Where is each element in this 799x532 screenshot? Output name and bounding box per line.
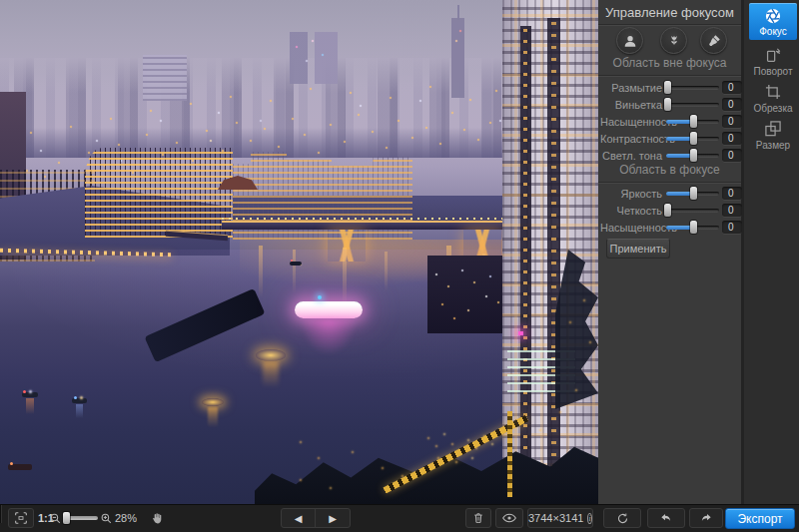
eye-icon — [501, 510, 517, 526]
zoom-out-button[interactable] — [48, 508, 62, 528]
slider-handle[interactable] — [664, 204, 671, 217]
slider-value-field[interactable]: 0 — [722, 132, 742, 145]
slider-handle[interactable] — [690, 149, 697, 162]
slider-value-field[interactable]: 0 — [722, 221, 742, 234]
photo-foreground-tower — [502, 0, 598, 504]
apply-button[interactable]: Применить — [606, 239, 670, 259]
zoom-out-icon — [49, 512, 62, 525]
zoom-in-button[interactable] — [99, 508, 113, 528]
reset-button[interactable] — [603, 508, 641, 528]
slider-track[interactable] — [666, 103, 719, 107]
zoom-level: 28% — [113, 508, 139, 528]
flower-icon — [666, 33, 682, 49]
brush-icon — [706, 33, 722, 49]
slider-value-field[interactable]: 0 — [722, 204, 742, 217]
bottom-toolbar: 1:1 28% ◀ ▶ — [0, 504, 799, 532]
zoom-slider[interactable] — [64, 516, 98, 520]
trash-icon — [471, 511, 485, 525]
slider-track[interactable] — [666, 192, 719, 196]
photo-spire — [457, 5, 459, 20]
prev-photo-button[interactable]: ◀ — [282, 508, 316, 528]
export-button[interactable]: Экспорт — [725, 508, 795, 529]
photo-tower-channel — [520, 26, 531, 504]
photo-gold-boat — [256, 349, 286, 361]
photo-bridge-lights — [222, 218, 511, 220]
tab-resize[interactable]: Размер — [747, 119, 799, 151]
slider-value-field[interactable]: 0 — [722, 115, 742, 128]
hand-tool-button[interactable] — [147, 508, 167, 528]
slider-track[interactable] — [666, 86, 719, 90]
photo-small-boat-lit — [202, 398, 224, 406]
slider-value-field[interactable]: 0 — [722, 81, 742, 94]
preview-original-button[interactable] — [495, 508, 523, 528]
fit-to-screen-button[interactable] — [8, 508, 34, 528]
photo-canvas[interactable] — [0, 0, 598, 504]
focus-control-panel: Управление фокусом Область вне фокуса Ра… — [598, 0, 744, 504]
slider-handle[interactable] — [690, 132, 697, 145]
photo-foliage-lights — [0, 0, 2, 2]
divider — [598, 75, 741, 77]
slider-fill — [666, 192, 693, 196]
tab-rotate[interactable]: Поворот — [747, 45, 799, 77]
tab-rotate-label: Поворот — [754, 66, 793, 77]
photo-gold-boat-reflection — [263, 361, 279, 387]
undo-button[interactable] — [647, 508, 685, 528]
reset-icon — [615, 511, 630, 526]
panel-title: Управление фокусом — [598, 5, 741, 20]
photo-tower-channel — [547, 18, 560, 504]
zoom-slider-handle[interactable] — [63, 512, 70, 524]
slider-handle[interactable] — [664, 98, 671, 111]
info-icon[interactable]: i — [587, 513, 592, 524]
zoom-in-icon — [100, 512, 113, 525]
slider-handle[interactable] — [690, 221, 697, 234]
tab-resize-label: Размер — [756, 140, 790, 151]
image-dimensions-value: 3744×3141 — [528, 512, 583, 524]
crop-icon — [763, 82, 783, 102]
next-photo-button[interactable]: ▶ — [316, 508, 350, 528]
person-icon — [622, 33, 638, 49]
tab-crop-label: Обрезка — [753, 103, 792, 114]
slider-track[interactable] — [666, 137, 719, 141]
divider — [0, 505, 2, 523]
slider-track[interactable] — [666, 209, 719, 213]
slider-row: Яркость0 — [598, 185, 741, 202]
portrait-mode-button[interactable] — [616, 27, 643, 54]
redo-icon — [698, 510, 714, 526]
slider-label: Контрастность — [600, 133, 662, 145]
divider — [598, 182, 741, 184]
slider-fill — [666, 226, 693, 230]
slider-track[interactable] — [666, 154, 719, 158]
photo-small-boat — [72, 398, 87, 403]
macro-mode-button[interactable] — [660, 27, 687, 54]
tab-focus[interactable]: Фокус — [749, 3, 797, 40]
delete-photo-button[interactable] — [465, 508, 491, 528]
slider-label: Светл. тона — [600, 150, 662, 162]
tab-crop[interactable]: Обрезка — [747, 82, 799, 114]
slider-row: Насыщенность0 — [598, 219, 741, 236]
brush-mode-button[interactable] — [700, 27, 727, 54]
photo-small-boat — [290, 262, 302, 266]
slider-value-field[interactable]: 0 — [722, 149, 742, 162]
out-of-focus-title: Область вне фокуса — [598, 56, 741, 70]
redo-button[interactable] — [689, 508, 723, 528]
slider-value-field[interactable]: 0 — [722, 98, 742, 111]
slider-label: Четкость — [600, 205, 662, 217]
photo-small-boat — [22, 392, 38, 397]
slider-handle[interactable] — [664, 81, 671, 94]
aperture-icon — [764, 7, 782, 25]
divider — [598, 24, 741, 26]
slider-row: Виньетка0 — [598, 96, 741, 113]
slider-row: Светл. тона0 — [598, 147, 741, 164]
slider-row: Контрастность0 — [598, 130, 741, 147]
rotate-icon — [763, 45, 783, 65]
slider-value-field[interactable]: 0 — [722, 187, 742, 200]
slider-handle[interactable] — [690, 115, 697, 128]
slider-handle[interactable] — [690, 187, 697, 200]
in-focus-sliders: Яркость0Четкость0Насыщенность0 — [598, 185, 741, 236]
undo-icon — [658, 510, 674, 526]
slider-fill — [666, 137, 693, 141]
slider-track[interactable] — [666, 120, 719, 124]
photo-crane-mast — [507, 411, 512, 497]
slider-track[interactable] — [666, 226, 719, 230]
photo-cruise-mast-light — [318, 295, 322, 299]
